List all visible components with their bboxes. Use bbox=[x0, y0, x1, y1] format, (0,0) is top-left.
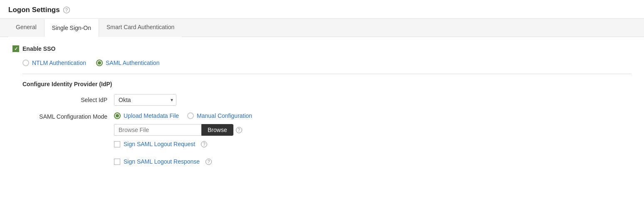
saml-radio[interactable] bbox=[96, 60, 103, 66]
enable-sso-label: Enable SSO bbox=[22, 45, 55, 52]
browse-button[interactable]: Browse bbox=[201, 124, 233, 136]
upload-mode-option[interactable]: Upload Metadata File bbox=[114, 112, 179, 119]
main-content: Enable SSO NTLM Authentication SAML Auth… bbox=[0, 37, 644, 186]
ntlm-label: NTLM Authentication bbox=[32, 60, 86, 66]
manual-mode-radio[interactable] bbox=[187, 112, 194, 119]
tab-sso[interactable]: Single Sign-On bbox=[44, 19, 99, 37]
tab-smartcard[interactable]: Smart Card Authentication bbox=[99, 19, 182, 37]
sign-logout-res-checkbox[interactable] bbox=[114, 159, 120, 165]
sign-logout-res-row: Sign SAML Logout Response ? bbox=[114, 158, 252, 165]
page-header: Logon Settings ? bbox=[0, 0, 644, 19]
enable-sso-row: Enable SSO bbox=[12, 45, 632, 52]
saml-radio-row: Upload Metadata File Manual Configuratio… bbox=[114, 112, 252, 119]
select-idp-row: Select IdP Okta ADFS Azure AD Ping Ident… bbox=[22, 94, 632, 106]
saml-label: SAML Authentication bbox=[106, 60, 159, 66]
sign-logout-req-checkbox[interactable] bbox=[114, 141, 120, 147]
saml-option[interactable]: SAML Authentication bbox=[96, 60, 159, 66]
ntlm-option[interactable]: NTLM Authentication bbox=[22, 60, 86, 66]
manual-mode-option[interactable]: Manual Configuration bbox=[187, 112, 252, 119]
saml-config-label: SAML Configuration Mode bbox=[22, 112, 114, 120]
idp-section-title: Configure Identity Provider (IdP) bbox=[22, 81, 632, 87]
tab-general[interactable]: General bbox=[8, 19, 44, 37]
upload-mode-label: Upload Metadata File bbox=[124, 112, 179, 119]
manual-mode-label: Manual Configuration bbox=[197, 112, 252, 119]
auth-methods-row: NTLM Authentication SAML Authentication bbox=[22, 60, 632, 66]
page-title: Logon Settings bbox=[8, 6, 60, 14]
sign-logout-res-help-icon[interactable]: ? bbox=[206, 159, 212, 165]
sign-logout-req-help-icon[interactable]: ? bbox=[201, 141, 207, 147]
select-idp-wrapper: Okta ADFS Azure AD Ping Identity Other ▾ bbox=[114, 94, 176, 106]
select-idp-label: Select IdP bbox=[22, 97, 114, 103]
browse-row: Browse ? bbox=[114, 124, 252, 136]
saml-mode-row: SAML Configuration Mode Upload Metadata … bbox=[22, 112, 632, 171]
select-idp-input[interactable]: Okta ADFS Azure AD Ping Identity Other bbox=[114, 94, 176, 106]
ntlm-radio[interactable] bbox=[22, 60, 29, 66]
enable-sso-checkbox[interactable] bbox=[12, 45, 19, 52]
page-help-icon[interactable]: ? bbox=[63, 7, 70, 13]
browse-file-input[interactable] bbox=[114, 124, 201, 136]
saml-options: Upload Metadata File Manual Configuratio… bbox=[114, 112, 252, 171]
sign-logout-res-label: Sign SAML Logout Response bbox=[124, 158, 200, 165]
idp-section: Configure Identity Provider (IdP) Select… bbox=[22, 74, 632, 171]
sign-logout-req-label: Sign SAML Logout Request bbox=[124, 141, 195, 147]
sign-logout-req-row: Sign SAML Logout Request ? bbox=[114, 141, 252, 147]
tabs-container: General Single Sign-On Smart Card Authen… bbox=[0, 19, 644, 37]
upload-mode-radio[interactable] bbox=[114, 112, 121, 119]
browse-help-icon[interactable]: ? bbox=[236, 127, 242, 133]
